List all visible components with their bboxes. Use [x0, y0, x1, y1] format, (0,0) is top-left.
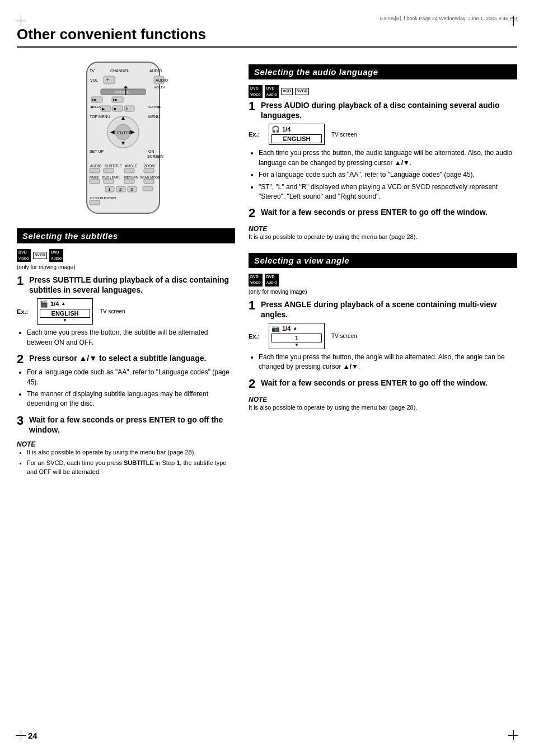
ex-label-angle: Ex.: [249, 333, 264, 340]
tv-screen-label-audio: TV screen [331, 132, 357, 138]
subtitle-fraction: 1/4 [50, 300, 59, 307]
step-audio-1: 1 Press AUDIO during playback of a disc … [249, 100, 517, 201]
angle-step1-bullets: Each time you press the button, the angl… [259, 353, 517, 372]
svg-text:◀: ◀ [110, 129, 115, 135]
svg-text:VOL: VOL [90, 78, 98, 82]
step-angle-2-header: 2 Wait for a few seconds or press ENTER … [249, 378, 517, 390]
subtitle-step2-bullets: For a language code such as "AA", refer … [27, 368, 235, 409]
svg-text:VOL: VOL [154, 86, 161, 89]
svg-text:ANGLE: ANGLE [125, 164, 138, 168]
up-arrow: ↑ [122, 81, 130, 98]
step-audio-2-header: 2 Wait for a few seconds or press ENTER … [249, 207, 517, 219]
audio-fraction: 1/4 [282, 126, 291, 133]
subtitles-header: Selecting the subtitles [17, 228, 235, 243]
svg-text:2: 2 [119, 187, 122, 192]
angle-header: Selecting a view angle [249, 253, 517, 268]
step-audio-2: 2 Wait for a few seconds or press ENTER … [249, 207, 517, 219]
audio-lang: ENGLISH [271, 134, 322, 143]
step-num-2: 2 [17, 353, 27, 365]
corner-mark-tr [508, 16, 518, 26]
svg-text:▼: ▼ [120, 140, 126, 146]
audio-bullet-2: For a language code such as "AA", refer … [259, 170, 517, 180]
svg-text:SCREEN: SCREEN [147, 154, 163, 158]
svg-text:1: 1 [108, 187, 111, 192]
svg-text:RETURN: RETURN [124, 176, 138, 179]
arrow-up-angle-icon [293, 326, 297, 331]
badge-audio-svcd: SVCD [295, 88, 309, 95]
angle-note-text: It is also possible to operate by using … [249, 403, 517, 412]
badge-audio-dvd-video: DVDVIDEO [249, 85, 263, 98]
camera-icon: 📷 [271, 325, 280, 332]
audio-badges: DVDVIDEO DVDAUDIO VCD SVCD [249, 85, 517, 98]
svg-text:AUDIO: AUDIO [90, 164, 102, 168]
svg-rect-52 [144, 179, 154, 184]
subtitle-lang: ENGLISH [40, 309, 90, 318]
svg-text:AUDIO: AUDIO [149, 69, 162, 73]
corner-mark-br [508, 730, 518, 740]
svg-text:SCAN MODE: SCAN MODE [140, 176, 160, 179]
angle-arrow-up [293, 326, 297, 331]
svg-text:TV: TV [90, 69, 95, 73]
two-col-layout: TV CHANNEL AUDIO VOL + AUDIO VOL TV DVD/… [17, 57, 517, 482]
page-number: 24 [28, 731, 38, 740]
badge-audio-dvd-audio: DVDAUDIO [265, 85, 279, 98]
svg-rect-42 [104, 168, 114, 173]
step-subtitle-3-text: Wait for a few seconds or press ENTER to… [29, 415, 235, 435]
corner-mark-tl [16, 16, 26, 26]
step-subtitle-3-header: 3 Wait for a few seconds or press ENTER … [17, 415, 235, 435]
angle-note-title: NOTE [249, 396, 517, 403]
svg-rect-51 [124, 179, 134, 184]
badge-angle-dvd-audio: DVDAUDIO [265, 274, 279, 287]
svg-rect-44 [144, 168, 154, 173]
svg-text:CHANNEL: CHANNEL [110, 69, 129, 73]
angle-only-note: (only for moving image) [249, 289, 517, 295]
page-container: EX-D5[B]_f.book Page 24 Wednesday, June … [0, 0, 534, 756]
subtitle-note-bullets: It is also possible to operate by using … [27, 448, 235, 476]
tv-screen-label-1: TV screen [100, 308, 125, 314]
step-audio-1-header: 1 Press AUDIO during playback of a disc … [249, 100, 517, 120]
tv-screen-subtitle: 🎬 1/4 ENGLISH ▼ [37, 298, 93, 325]
subtitle-step1-bullets: Each time you press the button, the subt… [27, 328, 235, 348]
step-audio-1-text: Press AUDIO during playback of a disc co… [261, 100, 517, 120]
ex-label-audio: Ex.: [249, 131, 264, 138]
svg-text:TOP MENU: TOP MENU [90, 115, 110, 119]
step-angle-2: 2 Wait for a few seconds or press ENTER … [249, 378, 517, 390]
subtitle-note-title: NOTE [17, 440, 235, 448]
audio-note-title: NOTE [249, 225, 517, 233]
badge-audio-vcd: VCD [281, 88, 293, 95]
step-angle-1-text: Press ANGLE during playback of a scene c… [261, 299, 517, 320]
svg-text:SUBTITLE: SUBTITLE [105, 164, 123, 168]
bullet-subtitle-2b: The manner of displaying subtitle langua… [27, 389, 235, 409]
audio-section: Selecting the audio language DVDVIDEO DV… [249, 64, 517, 242]
svg-text:AUDIO: AUDIO [156, 78, 168, 82]
svg-text:⏮: ⏮ [92, 97, 97, 102]
audio-note: NOTE It is also possible to operate by u… [249, 225, 517, 241]
svg-text:SLOW▶: SLOW▶ [148, 105, 161, 109]
step-subtitle-2: 2 Press cursor ▲/▼ to select a subtitle … [17, 353, 235, 409]
angle-num: 1 [271, 334, 322, 342]
step-subtitle-1: 1 Press SUBTITLE during playback of a di… [17, 275, 235, 348]
svg-text:ZOOM: ZOOM [144, 164, 155, 168]
step-audio-num-1: 1 [249, 100, 259, 112]
step-angle-1: 1 Press ANGLE during playback of a scene… [249, 299, 517, 372]
step-num-3: 3 [17, 415, 27, 427]
angle-bullet-1: Each time you press the button, the angl… [259, 353, 517, 372]
tv-screen-audio: 🎧 1/4 ENGLISH [269, 124, 325, 145]
corner-mark-bl [16, 730, 26, 740]
tv-screen-top-angle: 📷 1/4 [271, 325, 322, 332]
svg-text:SET UP: SET UP [90, 149, 104, 153]
subtitle-note-1: It is also possible to operate by using … [27, 448, 235, 457]
svg-rect-41 [90, 168, 100, 173]
step-subtitle-2-header: 2 Press cursor ▲/▼ to select a subtitle … [17, 353, 235, 365]
step-angle-num-1: 1 [249, 299, 259, 312]
badge-dvd-audio: DVDAUDIO [49, 249, 63, 262]
tv-screen-label-angle: TV screen [331, 333, 357, 339]
svg-rect-49 [90, 179, 100, 184]
step-angle-1-header: 1 Press ANGLE during playback of a scene… [249, 299, 517, 320]
badge-dvd-video: DVDVIDEO [17, 249, 31, 262]
angle-badges: DVDVIDEO DVDAUDIO [249, 274, 517, 287]
svg-rect-43 [124, 168, 134, 173]
ex-label-1: Ex.: [17, 308, 32, 315]
step-subtitle-3: 3 Wait for a few seconds or press ENTER … [17, 415, 235, 435]
tv-screen-top-audio: 🎧 1/4 [271, 125, 322, 133]
